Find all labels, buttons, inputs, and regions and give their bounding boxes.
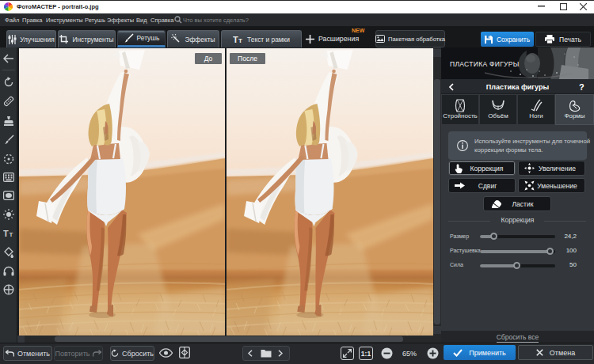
- svg-text:T: T: [3, 229, 9, 238]
- svg-text:T: T: [238, 37, 242, 44]
- svg-text:T: T: [233, 35, 238, 44]
- svg-text:T: T: [10, 231, 13, 238]
